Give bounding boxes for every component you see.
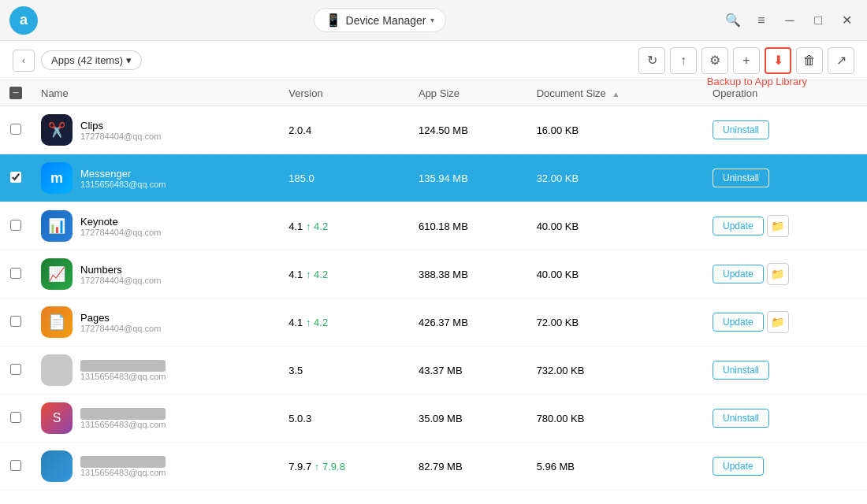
uninstall-button[interactable]: Uninstall (713, 409, 769, 428)
settings-button[interactable]: ⚙ (701, 47, 728, 74)
row-app-size-cell: 610.18 MB (409, 202, 527, 250)
row-app-size-cell: 426.37 MB (409, 298, 527, 346)
update-button[interactable]: Update (713, 313, 764, 332)
table-row[interactable]: 📊 Keynote 172784404@qq.com 4.1 ↑ 4.2610.… (0, 202, 867, 250)
version-current: 4.1 (288, 317, 303, 328)
version-update-link[interactable]: 4.2 (314, 317, 328, 328)
update-button[interactable]: Update (713, 217, 764, 235)
row-operation-cell: Update📁 (703, 298, 867, 346)
row-operation-cell: Update📁 (703, 202, 867, 250)
row-doc-size-cell: 732.00 KB (527, 346, 703, 395)
table-row[interactable]: 1315656483@qq.com 7.9.7 ↑ 7.9.882.79 MB5… (0, 443, 867, 491)
app-name: Clips (80, 120, 161, 132)
row-checkbox[interactable] (10, 364, 21, 375)
row-version-cell: 4.1 ↑ 4.2 (279, 298, 409, 346)
app-name: Numbers (80, 264, 161, 276)
apps-dropdown-arrow: ▾ (126, 54, 132, 66)
export-button[interactable]: ↗ (828, 47, 854, 74)
table-row[interactable]: 📈 Numbers 172784404@qq.com 4.1 ↑ 4.2388.… (0, 250, 867, 298)
device-manager-button[interactable]: 📱 Device Manager ▾ (314, 8, 447, 32)
search-button[interactable]: 🔍 (722, 9, 744, 32)
back-button[interactable]: ‹ (13, 50, 35, 72)
version-update-link[interactable]: 4.2 (314, 220, 328, 232)
row-checkbox-cell (0, 298, 32, 346)
row-doc-size-cell: 780.00 KB (527, 395, 703, 443)
row-version-cell: 2.0.4 (279, 106, 409, 154)
app-account: 172784404@qq.com (80, 228, 161, 237)
folder-button[interactable]: 📁 (767, 311, 789, 333)
row-checkbox[interactable] (10, 460, 21, 471)
title-bar-left: a (9, 6, 38, 35)
minimize-button[interactable]: ─ (779, 9, 801, 32)
backup-button[interactable]: ⬇ (765, 47, 791, 74)
row-version-cell: 7.9.7 ↑ 7.9.8 (279, 443, 409, 491)
table-body: ✂️ Clips 172784404@qq.com 2.0.4124.50 MB… (0, 106, 867, 491)
table-row[interactable]: 📄 Pages 172784404@qq.com 4.1 ↑ 4.2426.37… (0, 298, 867, 346)
app-table-container: ─ Name Version App Size Document Size ▲ … (0, 80, 867, 504)
update-button[interactable]: Update (713, 265, 764, 284)
row-checkbox[interactable] (10, 316, 21, 327)
app-name: Keynote (80, 216, 161, 228)
folder-button[interactable]: 📁 (767, 263, 789, 285)
row-app-size-cell: 82.79 MB (409, 443, 527, 491)
header-app-size: App Size (409, 80, 527, 106)
toolbar: ‹ Apps (42 items) ▾ ↻ ↑ ⚙ + ⬇ Backup to … (0, 41, 867, 80)
row-app-size-cell: 43.37 MB (409, 346, 527, 395)
row-doc-size-cell: 32.00 KB (527, 154, 703, 202)
backup-container: ⬇ Backup to App Library (765, 47, 791, 74)
row-checkbox[interactable] (10, 268, 21, 279)
apps-label: Apps (42 items) (51, 54, 123, 66)
refresh-button[interactable]: ↻ (638, 47, 665, 74)
table-row[interactable]: 1315656483@qq.com 3.543.37 MB732.00 KB U… (0, 346, 867, 395)
deselect-all-button[interactable]: ─ (9, 87, 22, 99)
folder-button[interactable]: 📁 (767, 215, 789, 237)
row-checkbox-cell (0, 202, 32, 250)
version-current: 7.9.7 (288, 461, 311, 472)
row-name-cell: 📊 Keynote 172784404@qq.com (32, 202, 279, 250)
delete-button[interactable]: 🗑 (796, 47, 823, 74)
header-doc-size[interactable]: Document Size ▲ (527, 80, 703, 106)
maximize-button[interactable]: □ (807, 9, 829, 32)
app-name: Messenger (80, 168, 166, 180)
app-table: ─ Name Version App Size Document Size ▲ … (0, 80, 867, 491)
row-doc-size-cell: 72.00 KB (527, 298, 703, 346)
close-button[interactable]: ✕ (835, 9, 858, 32)
row-checkbox[interactable] (10, 172, 21, 183)
version-current: 4.1 (288, 220, 303, 232)
app-account: 1315656483@qq.com (80, 468, 166, 477)
table-row[interactable]: S 1315656483@qq.com 5.0.335.09 MB780.00 … (0, 395, 867, 443)
uninstall-button[interactable]: Uninstall (713, 120, 769, 139)
version-update-link[interactable]: 4.2 (314, 269, 328, 280)
uninstall-button[interactable]: Uninstall (713, 169, 769, 187)
apps-dropdown[interactable]: Apps (42 items) ▾ (41, 50, 142, 70)
row-checkbox[interactable] (10, 124, 21, 135)
version-current: 5.0.3 (288, 413, 311, 424)
update-button[interactable]: Update (713, 457, 764, 476)
row-checkbox-cell (0, 154, 32, 202)
header-operation: Operation (703, 80, 867, 106)
table-row[interactable]: ✂️ Clips 172784404@qq.com 2.0.4124.50 MB… (0, 106, 867, 154)
row-app-size-cell: 35.09 MB (409, 395, 527, 443)
row-app-size-cell: 388.38 MB (409, 250, 527, 298)
toolbar-left: ‹ Apps (42 items) ▾ (13, 50, 142, 72)
row-checkbox[interactable] (10, 220, 21, 231)
sort-arrow-icon: ▲ (612, 90, 620, 98)
version-current: 4.1 (288, 269, 303, 280)
row-checkbox-cell (0, 346, 32, 395)
upload-button[interactable]: ↑ (670, 47, 697, 74)
row-doc-size-cell: 40.00 KB (527, 250, 703, 298)
version-update-link[interactable]: 7.9.8 (322, 461, 345, 472)
menu-button[interactable]: ≡ (750, 9, 772, 32)
app-name: Pages (80, 312, 161, 324)
row-operation-cell: Uninstall (703, 346, 867, 395)
row-checkbox[interactable] (10, 412, 21, 423)
row-operation-cell: Uninstall (703, 106, 867, 154)
add-button[interactable]: + (733, 47, 760, 74)
device-dropdown-arrow: ▾ (430, 16, 434, 24)
uninstall-button[interactable]: Uninstall (713, 361, 769, 380)
row-operation-cell: Uninstall (703, 395, 867, 443)
row-name-cell: S 1315656483@qq.com (32, 395, 279, 443)
device-manager-label: Device Manager (346, 14, 426, 27)
table-row[interactable]: m Messenger 1315656483@qq.com 185.0135.9… (0, 154, 867, 202)
row-checkbox-cell (0, 395, 32, 443)
